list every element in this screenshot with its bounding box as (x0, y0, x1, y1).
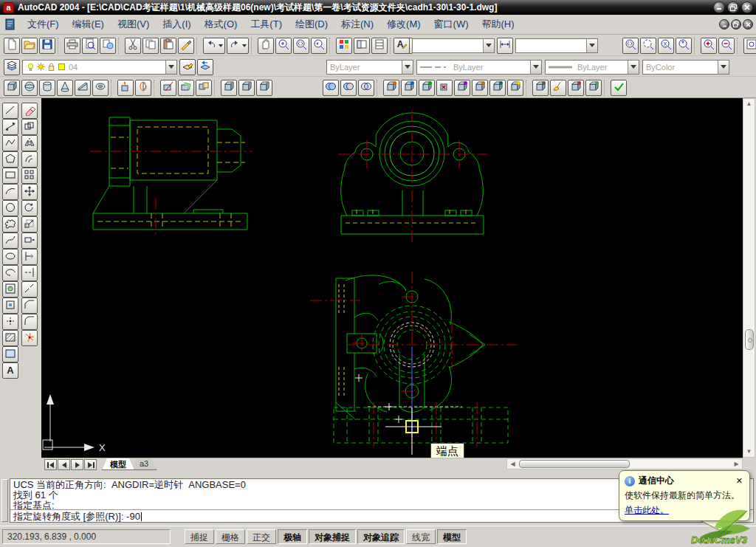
color-faces-button[interactable] (507, 80, 523, 96)
close-button[interactable] (741, 1, 753, 13)
menu-9[interactable]: 修改(M) (380, 16, 427, 33)
restore-button[interactable] (727, 1, 739, 13)
ellipse-arc-button[interactable] (2, 265, 18, 281)
vertical-scrollbar[interactable]: ▲ ▼ (743, 98, 755, 458)
revision-cloud-button[interactable] (2, 216, 18, 233)
mirror-button[interactable] (21, 135, 38, 151)
textstyle-button[interactable]: A (394, 38, 410, 54)
copy-object-button[interactable] (21, 119, 38, 135)
lineweight-combo[interactable]: ByLayer (545, 60, 639, 75)
zoom-center-button[interactable]: * (676, 38, 692, 54)
publish-button[interactable] (100, 38, 116, 54)
copy-faces-button[interactable] (489, 80, 506, 96)
region-button[interactable] (2, 346, 18, 362)
layer-combo[interactable]: 04 (22, 60, 177, 75)
make-current-button[interactable] (179, 59, 196, 75)
status-toggle-正交[interactable]: 正交 (247, 529, 276, 544)
menu-8[interactable]: 标注(N) (334, 16, 380, 33)
scale-button[interactable] (21, 216, 38, 233)
make-block-button[interactable] (2, 297, 18, 314)
clean-button[interactable] (550, 80, 566, 96)
zoom-scale-button[interactable]: X (658, 38, 674, 54)
horizontal-scrollbar[interactable]: ◀ ▶ (506, 458, 743, 469)
setup-view-button[interactable] (238, 80, 255, 96)
spline-button[interactable] (2, 233, 18, 249)
menu-4[interactable]: 插入(I) (156, 16, 197, 33)
menu-6[interactable]: 工具(T) (244, 16, 289, 33)
scroll-down-icon[interactable]: ▼ (744, 447, 754, 457)
copy-button[interactable] (142, 38, 159, 54)
status-toggle-线宽[interactable]: 线宽 (406, 529, 436, 544)
check-button[interactable] (611, 80, 627, 96)
zoom-out-button[interactable] (718, 38, 735, 54)
chevron-down-icon[interactable] (586, 39, 597, 52)
offset-faces-button[interactable] (419, 80, 435, 96)
dropdown-arrow-icon[interactable] (219, 44, 223, 47)
scroll-up-icon[interactable]: ▲ (744, 99, 754, 109)
move-faces-button[interactable] (401, 80, 417, 96)
style-combo[interactable] (412, 38, 495, 53)
menu-1[interactable]: 文件(F) (21, 16, 66, 33)
subtract-button[interactable] (340, 80, 357, 96)
menu-2[interactable]: 编辑(E) (66, 16, 111, 33)
setup-drawing-button[interactable] (221, 80, 237, 96)
pan-button[interactable] (258, 38, 274, 54)
array-button[interactable] (21, 168, 38, 184)
chevron-down-icon[interactable] (628, 61, 639, 74)
color-combo[interactable]: ByLayer (326, 60, 413, 75)
tab-layout-a3[interactable]: a3 (131, 458, 157, 470)
chevron-down-icon[interactable] (530, 61, 541, 74)
horizontal-scroll-thumb[interactable] (519, 460, 630, 468)
extend-button[interactable] (21, 265, 38, 281)
toolpalettes-button[interactable] (371, 38, 388, 54)
rotate-button[interactable] (21, 200, 38, 216)
shell-button[interactable] (585, 80, 602, 96)
extrude-faces-button[interactable] (383, 80, 399, 96)
dimstyle-button[interactable] (497, 38, 513, 54)
taper-faces-button[interactable] (472, 80, 488, 96)
trim-button[interactable] (21, 249, 38, 265)
explode-button[interactable] (21, 330, 38, 346)
layers-button[interactable] (4, 59, 20, 75)
drawing-canvas[interactable]: Y X 端点 (41, 98, 743, 458)
delete-faces-button[interactable] (436, 80, 453, 96)
extrude-button[interactable] (117, 80, 134, 96)
balloon-close-icon[interactable]: ✕ (735, 476, 744, 486)
union-button[interactable] (323, 80, 339, 96)
scroll-right-icon[interactable]: ▶ (732, 459, 741, 469)
vertical-scroll-thumb[interactable] (745, 329, 754, 350)
polygon-button[interactable] (2, 151, 18, 168)
save-button[interactable] (39, 38, 55, 54)
tab-last-button[interactable] (84, 459, 97, 470)
chevron-down-icon[interactable] (718, 61, 729, 74)
setup-profile-button[interactable] (256, 80, 272, 96)
torus-button[interactable] (92, 80, 109, 96)
break-button[interactable] (21, 281, 38, 297)
scroll-left-icon[interactable]: ◀ (508, 459, 518, 469)
menu-10[interactable]: 窗口(W) (427, 16, 475, 33)
minimize-button[interactable] (713, 1, 725, 13)
fillet-button[interactable] (21, 314, 38, 330)
menu-11[interactable]: 帮助(H) (475, 16, 521, 33)
tab-first-button[interactable] (44, 459, 57, 470)
mdi-restore-button[interactable] (731, 19, 741, 30)
cut-button[interactable] (125, 38, 141, 54)
multiline-text-button[interactable]: A (2, 362, 18, 379)
command-window-grip[interactable] (1, 479, 8, 522)
zoom-previous-button[interactable] (311, 38, 327, 54)
dropdown-arrow-icon[interactable] (242, 44, 247, 47)
matchprop-button[interactable] (178, 38, 194, 54)
tab-prev-button[interactable] (58, 459, 70, 470)
style-combo[interactable] (515, 38, 598, 53)
status-toggle-栅格[interactable]: 栅格 (216, 529, 245, 544)
status-toggle-捕捉[interactable]: 捕捉 (185, 529, 214, 544)
hatch-button[interactable] (2, 330, 18, 346)
line-button[interactable] (2, 103, 18, 119)
mdi-close-button[interactable] (743, 19, 753, 30)
revolve-button[interactable] (135, 80, 151, 96)
zoom-realtime-button[interactable] (275, 38, 292, 54)
open-button[interactable] (21, 38, 38, 54)
stretch-button[interactable] (21, 233, 38, 249)
chamfer-button[interactable] (21, 297, 38, 314)
circle-button[interactable] (2, 200, 18, 216)
